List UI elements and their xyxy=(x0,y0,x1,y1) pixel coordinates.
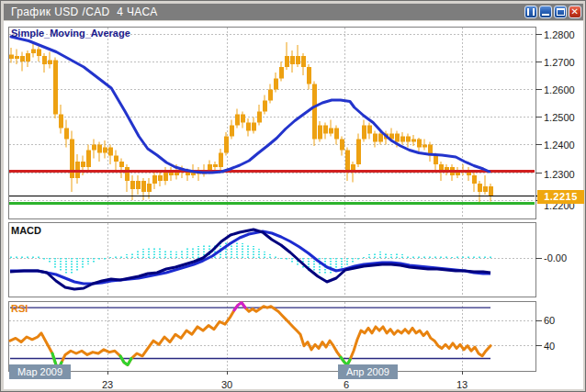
price-axis-label: 1.2700 xyxy=(544,57,575,68)
month-badge-april: Апр 2009 xyxy=(338,364,398,379)
date-tick-label: 23 xyxy=(102,379,113,390)
date-tick-label: 13 xyxy=(456,379,468,390)
price-axis-label: 1.2800 xyxy=(544,29,575,40)
macd-axis-label: -0.00 xyxy=(544,252,567,263)
chart-canvas[interactable] xyxy=(1,1,586,392)
price-axis-label: 1.2600 xyxy=(544,84,575,95)
sma-indicator-label: Simple_Moving_Average xyxy=(11,28,130,39)
date-tick-label: 30 xyxy=(221,379,232,390)
price-axis-label: 1.2500 xyxy=(544,112,575,123)
current-price-tag: 1.2215 xyxy=(537,190,584,204)
price-axis-label: 1.2400 xyxy=(544,140,575,151)
date-tick-label: 6 xyxy=(344,379,349,390)
macd-indicator-label: MACD xyxy=(11,225,41,236)
price-axis-label: 1.2300 xyxy=(544,169,575,180)
month-badge-march: Мар 2009 xyxy=(9,364,71,379)
rsi-indicator-label: RSI xyxy=(11,303,28,314)
rsi-axis-label: 40 xyxy=(544,341,555,352)
rsi-axis-label: 60 xyxy=(544,315,555,326)
chart-window: График USD /CAD 4 ЧАСА ✕ Simple_Moving_A… xyxy=(0,0,586,392)
